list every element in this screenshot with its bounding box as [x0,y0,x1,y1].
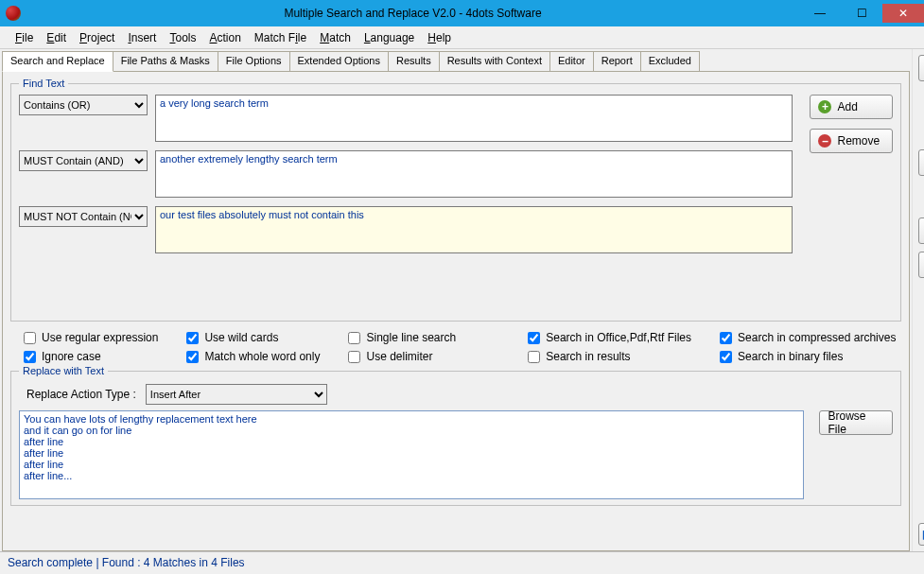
options-row: Use regular expression Ignore case Use w… [10,327,901,365]
opt-wildcards[interactable]: Use wild cards [186,331,320,344]
tab-strip: Search and Replace File Paths & Masks Fi… [2,51,910,72]
tab-extended[interactable]: Extended Options [289,51,389,72]
remove-button[interactable]: –Remove [810,129,893,153]
nav-first-button[interactable]: ▮◀ [918,523,924,546]
tab-search-replace[interactable]: Search and Replace [2,51,113,72]
replace-group: Replace with Text Replace Action Type : … [10,365,901,506]
app-icon [6,6,21,21]
find-mode-2[interactable]: MUST Contain (AND) [19,150,148,171]
menu-action[interactable]: Action [209,31,240,44]
menu-project[interactable]: Project [79,31,114,44]
find-mode-1[interactable]: Contains (OR) [19,95,148,115]
opt-regex[interactable]: Use regular expression [24,331,158,344]
tab-editor[interactable]: Editor [549,51,594,72]
menu-insert[interactable]: Insert [128,31,156,44]
plus-icon: + [818,100,831,113]
minus-icon: – [818,134,831,148]
menu-help[interactable]: Help [427,31,451,44]
replace-action-label: Replace Action Type : [26,388,136,401]
tab-report[interactable]: Report [593,51,641,72]
status-bar: Search complete | Found : 4 Matches in 4… [0,551,924,574]
menu-bar: File Edit Project Insert Tools Action Ma… [0,26,924,49]
opt-single-line[interactable]: Single line search [348,331,456,344]
add-button[interactable]: +Add [810,95,893,119]
find-button[interactable]: 🔍Find [918,149,924,176]
find-text-legend: Find Text [19,78,68,89]
maximize-button[interactable]: ☐ [841,4,882,23]
find-mode-3[interactable]: MUST NOT Contain (NO [19,206,148,227]
replace-selected-button[interactable]: ✔Replace Selected [918,252,924,278]
menu-tools[interactable]: Tools [169,31,196,44]
menu-edit[interactable]: Edit [46,31,66,44]
minimize-button[interactable]: — [799,4,841,23]
opt-ignore-case[interactable]: Ignore case [24,350,158,363]
opt-delimiter[interactable]: Use delimiter [348,350,456,363]
replace-action-select[interactable]: Insert After [146,384,327,405]
menu-match[interactable]: Match [320,31,351,44]
window-title: Multiple Search and Replace V2.0 - 4dots… [26,7,799,20]
find-text-group: Find Text Contains (OR) a very long sear… [10,78,901,322]
clear-button[interactable]: ▢Clear [918,55,924,81]
menu-language[interactable]: Language [364,31,414,44]
tab-file-options[interactable]: File Options [218,51,290,72]
menu-file[interactable]: File [15,31,33,44]
status-text: Search complete | Found : 4 Matches in 4… [8,556,245,569]
opt-archives[interactable]: Search in compressed archives [720,331,896,344]
opt-whole-word[interactable]: Match whole word only [186,350,320,363]
find-text-2[interactable]: another extremely lengthy search term [155,150,793,198]
sidebar: ▢Clear 🔍Find Replace All ✔Replace Select… [912,49,924,551]
find-text-1[interactable]: a very long search term [155,95,793,142]
opt-in-results[interactable]: Search in results [528,350,691,363]
tab-results[interactable]: Results [388,51,440,72]
opt-office[interactable]: Search in Office,Pdf,Rtf Files [528,331,691,344]
opt-binary[interactable]: Search in binary files [720,350,896,363]
search-count: Search 1 / 1 [918,500,924,512]
close-button[interactable]: ✕ [882,4,924,23]
replace-all-button[interactable]: Replace All [918,217,924,244]
replace-text[interactable]: You can have lots of lengthy replacement… [19,410,804,499]
browse-file-button[interactable]: Browse File [819,410,893,435]
find-text-3[interactable]: our test files absolutely must not conta… [155,206,793,253]
tab-file-paths[interactable]: File Paths & Masks [113,51,218,72]
tab-excluded[interactable]: Excluded [640,51,700,72]
tab-results-context[interactable]: Results with Context [439,51,550,72]
menu-match-file[interactable]: Match File [254,31,306,44]
replace-legend: Replace with Text [19,365,108,376]
title-bar: Multiple Search and Replace V2.0 - 4dots… [0,0,924,26]
